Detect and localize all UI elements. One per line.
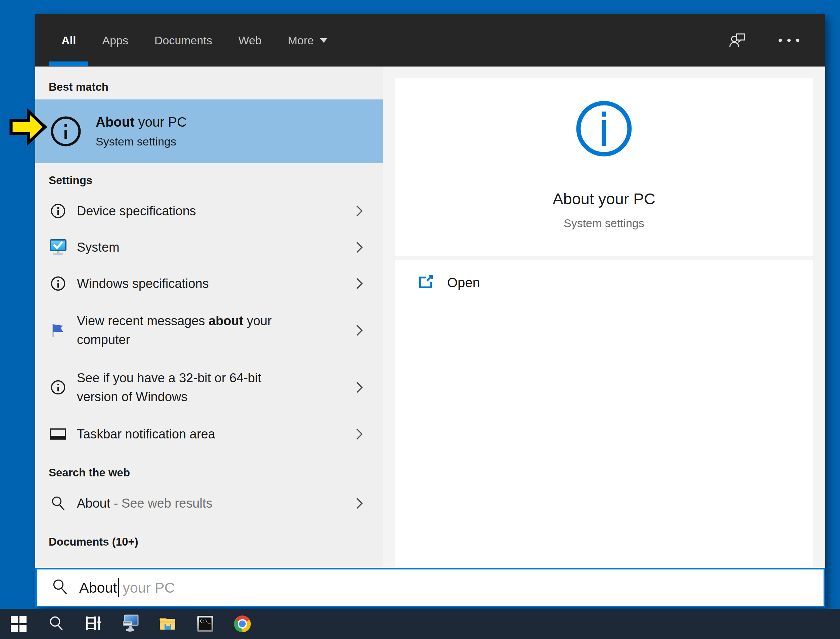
preview-subtitle: System settings [564,217,644,230]
section-header-documents: Documents (10+) [35,529,383,554]
chrome-button[interactable] [223,609,261,639]
search-input[interactable]: About your PC [35,568,825,607]
result-windows-specifications[interactable]: Windows specifications [35,265,383,302]
open-external-icon [418,275,434,290]
best-match-subtitle: System settings [96,135,187,148]
tab-documents[interactable]: Documents [154,14,212,67]
info-icon [49,203,68,219]
tab-more-label: More [288,34,314,47]
preview-panel: About your PC System settings Open [383,67,825,568]
search-icon [52,579,68,597]
system-monitor-icon [49,238,68,256]
chevron-right-icon[interactable] [356,381,363,394]
callout-arrow [9,108,48,147]
info-icon [49,380,68,395]
ellipsis-icon[interactable] [778,38,801,42]
file-explorer-button[interactable] [149,609,186,639]
file-explorer-icon [159,615,177,633]
result-label: See if you have a 32-bit or 64-bit versi… [77,369,305,406]
result-device-specifications[interactable]: Device specifications [35,193,383,229]
text-cursor [118,578,119,597]
taskbar-search-button[interactable] [37,609,74,639]
tab-web-label: Web [238,34,262,47]
best-match-title: About your PC [96,114,187,130]
preview-title: About your PC [553,189,655,208]
tab-documents-label: Documents [154,34,212,47]
search-filter-bar: All Apps Documents Web More [35,14,825,67]
remote-desktop-icon [122,615,139,633]
result-label: View recent messages about your computer [77,312,305,349]
result-web-search-about[interactable]: About - See web results [35,485,383,521]
feedback-icon[interactable] [729,31,746,49]
results-panel: Best match About your PC System settings [35,67,383,568]
result-label: Taskbar notification area [77,427,356,442]
open-action[interactable]: Open [418,275,813,290]
chevron-right-icon[interactable] [356,324,363,337]
command-prompt-icon: C:\_ [197,616,213,632]
chevron-right-icon[interactable] [356,205,363,217]
taskbar-area-icon [49,428,68,441]
result-label: Windows specifications [77,277,356,291]
search-inline-suggestion: your PC [122,580,174,596]
desktop: All Apps Documents Web More [0,0,840,639]
chevron-right-icon[interactable] [356,277,363,290]
chevron-right-icon[interactable] [356,497,363,510]
tab-all-label: All [62,34,76,47]
chevron-right-icon[interactable] [356,241,363,254]
search-typed-text: About [79,580,117,596]
search-icon [49,496,68,511]
result-label: About - See web results [77,496,356,511]
taskbar: C:\_ [0,609,840,639]
result-see-if-32-or-64-bit[interactable]: See if you have a 32-bit or 64-bit versi… [35,359,383,416]
command-prompt-button[interactable]: C:\_ [186,609,223,639]
windows-search-flyout: All Apps Documents Web More [35,14,825,607]
start-button[interactable] [0,609,37,639]
result-view-recent-messages[interactable]: View recent messages about your computer [35,302,383,359]
open-action-label: Open [447,275,480,290]
info-icon [49,276,68,291]
chevron-right-icon[interactable] [356,428,363,440]
preview-actions-card: Open [395,260,813,568]
best-match-text: About your PC System settings [96,114,187,148]
task-view-icon [85,615,102,633]
result-label: System [77,240,356,255]
windows-logo-icon [11,616,27,632]
preview-card: About your PC System settings [395,78,813,256]
tab-web[interactable]: Web [238,14,262,67]
info-icon [574,99,634,160]
info-icon [50,116,82,147]
result-system[interactable]: System [35,229,383,265]
chrome-icon [234,615,251,632]
flag-icon [49,322,68,338]
remote-desktop-button[interactable] [112,609,149,639]
filter-tabs: All Apps Documents Web More [62,14,328,67]
result-label: Device specifications [77,204,356,218]
tab-all[interactable]: All [62,14,76,67]
section-header-search-the-web: Search the web [35,460,383,485]
section-header-settings: Settings [35,168,383,193]
tab-more[interactable]: More [288,14,328,67]
search-icon [48,615,64,633]
tab-apps[interactable]: Apps [102,14,128,67]
task-view-button[interactable] [74,609,112,639]
section-header-best-match: Best match [35,75,383,99]
best-match-result[interactable]: About your PC System settings [35,99,383,163]
tab-apps-label: Apps [102,34,128,47]
chevron-down-icon [319,37,328,43]
result-taskbar-notification-area[interactable]: Taskbar notification area [35,416,383,452]
